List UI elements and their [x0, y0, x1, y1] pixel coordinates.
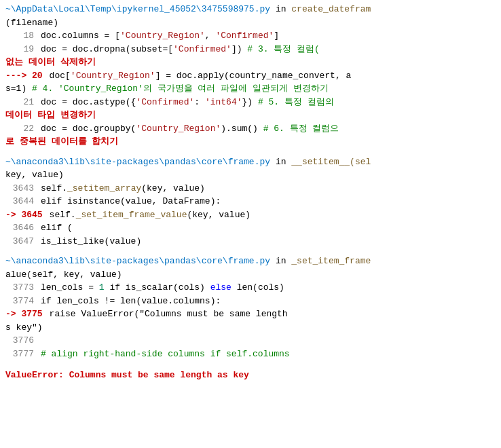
- arrow-3645: -> 3645: [5, 208, 50, 222]
- code-3774: if len_cols != len(value.columns):: [41, 295, 221, 308]
- line-20-cont: s=1) # 4. 'Country_Region'의 국가명을 여러 파일에 …: [0, 82, 501, 96]
- error-colon: :: [58, 370, 69, 380]
- section-3-args: alue(self, key, value): [0, 268, 501, 282]
- section-2-args: key, value): [0, 168, 501, 182]
- line-22: 22 doc = doc.groupby('Country_Region').s…: [0, 122, 501, 136]
- section-2: ~\anaconda3\lib\site-packages\pandas\cor…: [0, 155, 501, 248]
- in-keyword-1: in: [270, 4, 291, 14]
- func-2: __setitem__(sel: [291, 157, 371, 167]
- lineno-18: 18: [5, 29, 41, 43]
- line-19-cont: 없는 데이터 삭제하기: [0, 56, 501, 69]
- line-3775: -> 3775 raise ValueError("Columns must b…: [0, 307, 501, 321]
- lineno-19: 19: [5, 43, 41, 56]
- section-1-header: ~\AppData\Local\Temp\ipykernel_45052\347…: [0, 3, 501, 16]
- code-3777: # align right-hand-side columns if self.…: [41, 348, 290, 361]
- lineno-3776: 3776: [5, 334, 41, 348]
- path-1: ~\AppData\Local\Temp\ipykernel_45052\347…: [5, 4, 270, 14]
- section-3: ~\anaconda3\lib\site-packages\pandas\cor…: [0, 255, 501, 360]
- line-22-cont: 로 중복된 데이터를 합치기: [0, 135, 501, 149]
- line-21: 21 doc = doc.astype({'Confirmed': 'int64…: [0, 96, 501, 109]
- func-3: _set_item_frame: [291, 256, 371, 266]
- section-divider-1: [0, 149, 501, 155]
- lineno-21: 21: [5, 96, 41, 109]
- line-20: ---> 20 doc['Country_Region'] = doc.appl…: [0, 69, 501, 83]
- line-3775-cont: s key"): [0, 321, 501, 335]
- line-3647: 3647 is_list_like(value): [0, 235, 501, 248]
- code-3644: elif isinstance(value, DataFrame):: [41, 195, 221, 208]
- code-3646: elif (: [41, 221, 73, 235]
- lineno-22: 22: [5, 122, 41, 136]
- lineno-3774: 3774: [5, 295, 41, 308]
- line-18: 18 doc.columns = ['Country_Region', 'Con…: [0, 29, 501, 43]
- line-3773: 3773 len_cols = 1 if is_scalar(cols) els…: [0, 281, 501, 295]
- error-message: ValueError: Columns must be same length …: [0, 367, 501, 384]
- code-3647: is_list_like(value): [41, 235, 141, 248]
- in-keyword-3: in: [270, 256, 291, 266]
- path-3: ~\anaconda3\lib\site-packages\pandas\cor…: [5, 256, 270, 266]
- code-3645: self._set_item_frame_value(key, value): [50, 208, 250, 222]
- lineno-3647: 3647: [5, 235, 41, 248]
- func-1: create_datefram: [291, 4, 371, 14]
- line-3645: -> 3645 self._set_item_frame_value(key, …: [0, 208, 501, 222]
- code-3773: len_cols = 1 if is_scalar(cols) else len…: [41, 281, 284, 295]
- code-3775: raise ValueError("Columns must be same l…: [50, 307, 288, 321]
- line-3774: 3774 if len_cols != len(value.columns):: [0, 295, 501, 308]
- section-divider-2: [0, 248, 501, 255]
- lineno-3643: 3643: [5, 182, 41, 195]
- code-18: doc.columns = ['Country_Region', 'Confir…: [41, 29, 279, 43]
- arrow-20: ---> 20: [5, 69, 50, 83]
- path-2: ~\anaconda3\lib\site-packages\pandas\cor…: [5, 157, 270, 167]
- traceback-container: ~\AppData\Local\Temp\ipykernel_45052\347…: [0, 0, 501, 386]
- line-19: 19 doc = doc.dropna(subset=['Confirmed']…: [0, 43, 501, 56]
- lineno-3644: 3644: [5, 195, 41, 208]
- lineno-3646: 3646: [5, 221, 41, 235]
- line-3643: 3643 self._setitem_array(key, value): [0, 182, 501, 195]
- lineno-3777: 3777: [5, 348, 41, 361]
- section-divider-3: [0, 360, 501, 367]
- lineno-3773: 3773: [5, 281, 41, 295]
- code-22: doc = doc.groupby('Country_Region').sum(…: [41, 122, 339, 136]
- code-3643: self._setitem_array(key, value): [41, 182, 205, 195]
- code-20: doc['Country_Region'] = doc.apply(countr…: [50, 69, 352, 83]
- line-3776: 3776: [0, 334, 501, 348]
- section-1: ~\AppData\Local\Temp\ipykernel_45052\347…: [0, 3, 501, 149]
- code-21: doc = doc.astype({'Confirmed': 'int64'})…: [41, 96, 334, 109]
- error-text: Columns must be same length as key: [69, 370, 249, 380]
- section-2-header: ~\anaconda3\lib\site-packages\pandas\cor…: [0, 155, 501, 169]
- in-keyword-2: in: [270, 157, 291, 167]
- line-3644: 3644 elif isinstance(value, DataFrame):: [0, 195, 501, 208]
- section-3-header: ~\anaconda3\lib\site-packages\pandas\cor…: [0, 255, 501, 268]
- section-1-args: (filename): [0, 16, 501, 30]
- line-21-cont: 데이터 타입 변경하기: [0, 109, 501, 122]
- arrow-3775: -> 3775: [5, 307, 50, 321]
- error-type: ValueError: [5, 370, 58, 380]
- line-3777: 3777 # align right-hand-side columns if …: [0, 348, 501, 361]
- code-19: doc = doc.dropna(subset=['Confirmed']) #…: [41, 43, 320, 56]
- line-3646: 3646 elif (: [0, 221, 501, 235]
